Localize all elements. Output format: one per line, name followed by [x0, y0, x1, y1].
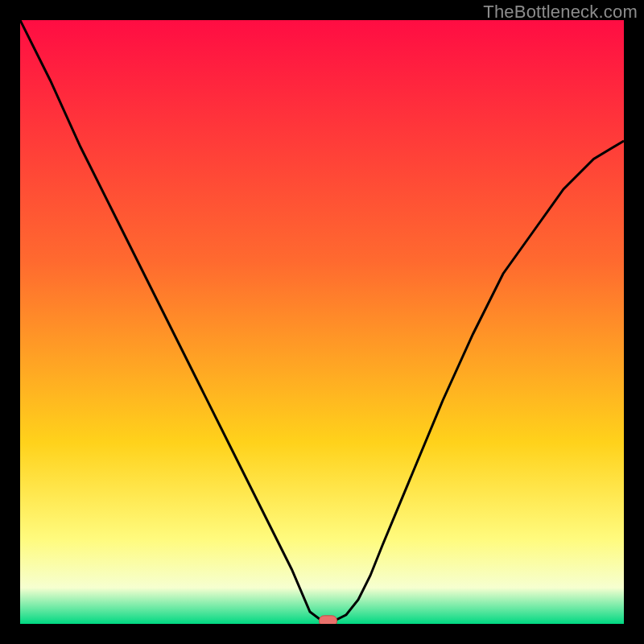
optimal-point-marker — [320, 616, 337, 624]
chart-frame: { "watermark": "TheBottleneck.com", "col… — [0, 0, 644, 644]
watermark-text: TheBottleneck.com — [483, 2, 638, 23]
bottleneck-chart — [20, 20, 624, 624]
gradient-background — [20, 20, 624, 624]
